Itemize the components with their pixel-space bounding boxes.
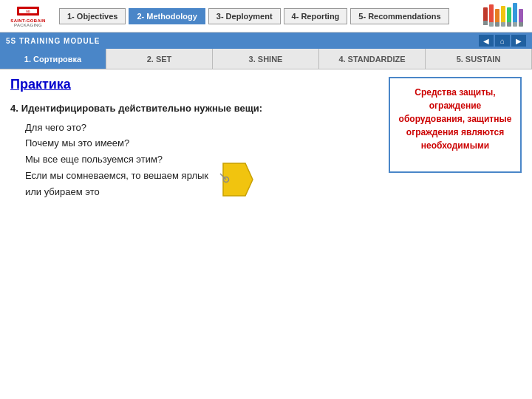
home-button[interactable]: ⌂	[495, 35, 510, 47]
svg-text:SG: SG	[26, 10, 30, 13]
subtab-shine[interactable]: 3. SHINE	[213, 49, 319, 69]
svg-rect-10	[501, 22, 505, 27]
training-bar: 5S TRAINING MODULE ◀ ⌂ ▶	[0, 33, 532, 49]
content-body: 4. Идентифицировать действительно нужные…	[10, 101, 378, 200]
content-line-2: Почему мы это имеем?	[25, 135, 378, 151]
main-content: Практика 4. Идентифицировать действитель…	[0, 69, 532, 399]
subtab-sustain[interactable]: 5. SUSTAIN	[426, 49, 532, 69]
svg-marker-17	[223, 163, 253, 196]
tab-reporting[interactable]: 4- Reporting	[284, 8, 348, 24]
content-lines: Для чего это? Почему мы это имеем? Мы вс…	[25, 120, 378, 200]
subtab-standardize[interactable]: 4. STANDARDIZE	[319, 49, 426, 69]
right-panel: Средства защиты, ограждение оборудования…	[389, 77, 522, 392]
practice-title: Практика	[10, 77, 378, 92]
left-panel: Практика 4. Идентифицировать действитель…	[10, 77, 378, 392]
item-title: Идентифицировать действительно нужные ве…	[21, 101, 262, 117]
item-number: 4.	[10, 101, 18, 117]
tab-objectives[interactable]: 1- Objectives	[59, 8, 126, 24]
content-line-5: или убираем это	[25, 184, 208, 200]
brushes-area	[482, 3, 526, 30]
next-button[interactable]: ▶	[511, 35, 526, 47]
subtab-set[interactable]: 2. SET	[106, 49, 213, 69]
tag-icon	[216, 160, 256, 200]
svg-rect-5	[489, 4, 494, 25]
svg-rect-16	[519, 22, 523, 27]
svg-rect-6	[489, 22, 494, 27]
content-line-3: Мы все еще пользуемся этим?	[25, 151, 378, 167]
tab-deployment[interactable]: 3- Deployment	[208, 8, 281, 24]
svg-rect-13	[513, 3, 517, 25]
prev-button[interactable]: ◀	[479, 35, 494, 47]
tab-methodology[interactable]: 2- Methodology	[129, 8, 205, 24]
tab-recommendations[interactable]: 5- Recommendations	[350, 8, 449, 24]
content-line-1: Для чего это?	[25, 120, 378, 135]
svg-rect-14	[513, 22, 517, 27]
logo-icon: SG	[17, 4, 39, 18]
svg-rect-8	[495, 22, 499, 27]
subtabs: 1. Сортировка 2. SET 3. SHINE 4. STANDAR…	[0, 49, 532, 69]
nav-arrows: ◀ ⌂ ▶	[479, 35, 526, 47]
svg-rect-12	[507, 22, 511, 27]
subtab-sort[interactable]: 1. Сортировка	[0, 49, 106, 69]
info-box-text: Средства защиты, ограждение оборудования…	[399, 87, 512, 151]
nav-tabs: 1- Objectives 2- Methodology 3- Deployme…	[59, 8, 476, 24]
info-box: Средства защиты, ограждение оборудования…	[389, 77, 522, 173]
brushes-icon	[482, 3, 526, 30]
header: SG SAINT-GOBAIN PACKAGING 1- Objectives …	[0, 0, 532, 33]
logo-area: SG SAINT-GOBAIN PACKAGING	[6, 4, 50, 27]
content-line-4: Если мы сомневаемся, то вешаем ярлык	[25, 168, 208, 183]
logo-line2: PACKAGING	[14, 23, 42, 27]
svg-rect-4	[483, 21, 488, 25]
training-bar-label: 5S TRAINING MODULE	[6, 37, 100, 45]
